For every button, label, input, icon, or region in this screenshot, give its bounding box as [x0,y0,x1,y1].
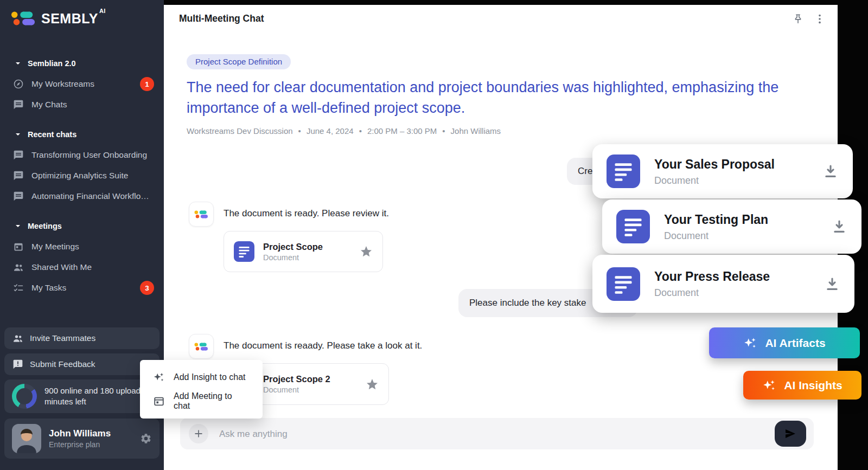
calendar-icon [13,241,24,252]
meta-separator: • [442,126,445,136]
sidebar-item-my-workstreams[interactable]: My Workstreams 1 [0,74,164,94]
feedback-icon [12,359,23,370]
sidebar-item-label: My Workstreams [31,79,94,89]
sparkle-icon [153,371,165,383]
artifact-type: Document [664,229,768,242]
document-title: Project Scope [263,241,323,253]
download-icon[interactable] [824,276,840,292]
document-icon [234,241,254,262]
sembly-logo: SEMBLYAI [11,10,106,27]
document-card-text: Project Scope 2 Document [263,373,330,395]
artifact-card-testing-plan[interactable]: Your Testing Plan Document [602,199,861,254]
chat-icon [13,170,24,181]
usage-meter-card[interactable]: 900 online and 180 upload minutes left [4,379,159,413]
artifact-title: Your Sales Proposal [654,156,775,172]
brand-name: SEMBLYAI [41,11,106,27]
artifact-card-sales-proposal[interactable]: Your Sales Proposal Document [592,144,853,198]
document-card-project-scope[interactable]: Project Scope Document [224,231,383,272]
sparkle-icon [762,378,776,392]
assistant-message: The document is ready. Please review it. [224,208,389,219]
document-icon [607,154,640,188]
submit-feedback-label: Submit Feedback [30,359,95,369]
section-label: Recent chats [28,130,76,139]
sidebar-item-label: My Meetings [31,242,79,252]
tasks-badge: 3 [140,281,154,295]
calendar-icon [153,395,165,407]
meta-author: John Williams [451,126,501,136]
download-icon[interactable] [822,163,839,179]
ai-artifacts-button[interactable]: AI Artifacts [709,327,860,358]
meta-separator: • [298,126,301,136]
star-icon[interactable] [366,378,379,391]
add-to-chat-context-menu: Add Insight to chat Add Meeting to chat [140,360,263,419]
ai-insights-label: AI Insights [784,379,842,392]
section-semblian[interactable]: Semblian 2.0 [0,53,164,74]
assistant-message: The document is reaady. Please take a lo… [224,340,422,351]
document-icon [616,210,650,243]
menu-item-add-meeting[interactable]: Add Meeting to chat [140,389,263,413]
artifact-card-press-release[interactable]: Your Press Release Document [592,255,854,313]
sidebar-item-shared-with-me[interactable]: Shared With Me [0,257,164,278]
chevron-down-icon [15,132,21,137]
brand-superscript: AI [99,8,106,14]
section-label: Meetings [28,222,62,230]
ai-insights-button[interactable]: AI Insights [743,371,861,400]
gear-icon[interactable] [140,433,152,445]
user-profile-card[interactable]: John Williams Enterprise plan [4,419,159,459]
artifact-card-text: Your Testing Plan Document [664,211,768,242]
sidebar-item-label: Shared With Me [31,262,92,272]
sidebar-item-label: My Chats [31,100,67,110]
sidebar-item-recent-chat-3[interactable]: Automating Financial Workflo… [0,186,164,207]
people-icon [13,262,24,273]
document-type: Document [263,385,330,395]
more-options-icon[interactable] [814,13,826,25]
user-info: John Williams Enterprise plan [49,428,111,450]
insight-tag[interactable]: Project Scope Definition [187,54,291,69]
download-icon[interactable] [831,218,847,235]
menu-item-add-insight[interactable]: Add Insight to chat [140,365,263,389]
chat-icon [13,99,24,110]
usage-progress-ring [12,384,37,409]
artifact-card-text: Your Sales Proposal Document [654,156,775,187]
people-icon [12,333,23,344]
sidebar: SEMBLYAI Semblian 2.0 My Workstreams 1 M… [0,0,164,470]
document-icon [607,267,640,301]
send-button[interactable] [775,421,806,447]
section-label: Semblian 2.0 [28,59,76,68]
backdrop-top-edge [164,0,868,5]
section-recent-chats[interactable]: Recent chats [0,124,164,145]
chat-icon [13,150,24,160]
send-icon [784,427,797,440]
sidebar-item-recent-chat-2[interactable]: Optimizing Analytics Suite [0,165,164,186]
pin-icon[interactable] [792,13,804,25]
message-composer [180,418,814,449]
sidebar-item-my-meetings[interactable]: My Meetings [0,236,164,257]
sembly-logo-icon [194,342,208,352]
section-meetings[interactable]: Meetings [0,216,164,236]
meta-source: Workstreams Dev Discussion [187,126,293,136]
artifact-card-text: Your Press Release Document [654,268,770,299]
submit-feedback-button[interactable]: Submit Feedback [4,353,159,375]
sidebar-item-my-chats[interactable]: My Chats [0,94,164,115]
sidebar-item-my-tasks[interactable]: My Tasks 3 [0,278,164,298]
star-icon[interactable] [360,245,373,258]
artifact-title: Your Testing Plan [664,211,768,228]
insight-headline: The need for clear documentation and pro… [187,77,792,118]
ask-input[interactable] [218,418,763,450]
sembly-logo-icon [194,209,208,220]
sidebar-item-label: Transforming User Onboarding [31,150,147,160]
app-window: SEMBLYAI Semblian 2.0 My Workstreams 1 M… [0,0,868,470]
page-title: Multi-Meeting Chat [179,13,264,24]
chevron-down-icon [15,223,21,229]
artifact-type: Document [654,174,775,187]
sidebar-nav: Semblian 2.0 My Workstreams 1 My Chats R… [0,53,164,298]
invite-teammates-button[interactable]: Invite Teammates [4,327,159,349]
attach-plus-button[interactable] [189,424,208,443]
menu-item-label: Add Insight to chat [174,372,246,382]
artifact-title: Your Press Release [654,268,770,285]
meta-time: 2:00 PM – 3:00 PM [367,126,437,136]
usage-text: 900 online and 180 upload minutes left [44,385,152,407]
chevron-down-icon [15,61,21,66]
sparkle-icon [743,336,757,350]
sidebar-item-recent-chat-1[interactable]: Transforming User Onboarding [0,145,164,165]
